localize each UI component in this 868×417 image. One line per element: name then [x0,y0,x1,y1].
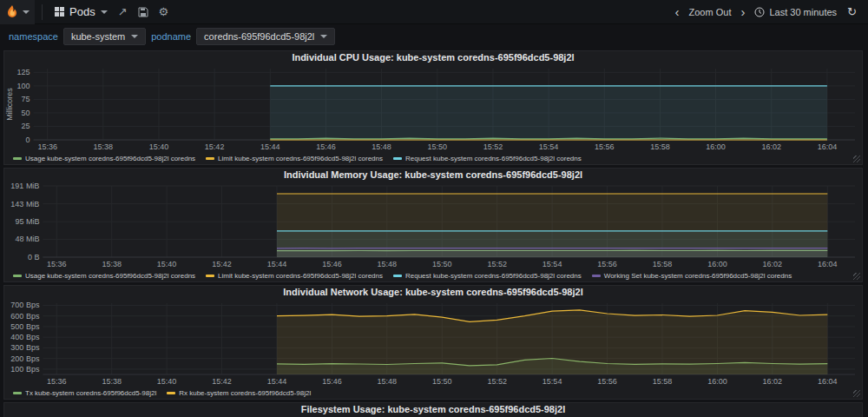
legend: Usage kube-system coredns-695f96dcd5-98j… [13,270,862,281]
x-tick-label: 15:40 [157,260,177,268]
time-range-picker[interactable]: Last 30 minutes [750,5,841,19]
chevron-down-icon [131,35,138,38]
x-tick-label: 15:36 [37,142,57,151]
x-tick-label: 15:40 [157,377,177,386]
y-tick-label: 0 B [28,253,40,261]
legend: Usage kube-system coredns-695f96dcd5-98j… [13,153,862,164]
panel-filesystem-usage: Filesystem Usage: kube-system coredns-69… [3,402,863,417]
y-tick-label: 143 MiB [10,200,39,208]
clock-icon [754,7,765,17]
gear-icon: ⚙ [159,5,169,18]
y-tick-label: 100 Bps [10,365,40,374]
zoom-out-button[interactable]: Zoom Out [685,5,736,19]
chevron-down-icon [23,10,30,14]
y-tick-label: 500 Bps [10,322,40,331]
x-tick-label: 15:40 [149,142,169,151]
legend-item-working-set[interactable]: Working Set kube-system coredns-695f96dc… [592,272,792,280]
x-tick-label: 15:36 [47,260,67,268]
share-icon: ↗ [118,5,128,18]
legend-label: Working Set kube-system coredns-695f96dc… [604,272,792,280]
legend-item-tx[interactable]: Tx kube-system coredns-695f96dcd5-98j2l [13,389,156,397]
y-tick-label: 400 Bps [10,333,40,341]
panel-title[interactable]: Filesystem Usage: kube-system coredns-69… [4,403,862,416]
legend-color-dash [393,157,402,160]
x-tick-label: 15:42 [212,377,232,386]
legend-item-limit[interactable]: Limit kube-system coredns-695f96dcd5-98j… [206,272,383,280]
legend-color-dash [393,275,402,277]
panel-network-usage: Individual Network Usage: kube-system co… [3,285,863,400]
series-fill-rx [277,310,827,374]
legend-item-usage[interactable]: Usage kube-system coredns-695f96dcd5-98j… [13,272,195,280]
y-axis-title: Millicores [5,88,14,121]
x-tick-label: 15:38 [94,142,114,151]
legend-item-usage[interactable]: Usage kube-system coredns-695f96dcd5-98j… [13,155,195,162]
legend-label: Usage kube-system coredns-695f96dcd5-98j… [25,272,195,280]
resize-handle[interactable] [853,156,860,162]
x-tick-label: 15:36 [47,377,67,386]
chevron-right-icon[interactable]: › [737,5,748,18]
x-tick-label: 15:56 [597,377,617,386]
dashboard-picker[interactable]: Pods [49,5,113,18]
legend-label: Limit kube-system coredns-695f96dcd5-98j… [218,155,383,162]
x-tick-label: 15:44 [267,377,287,386]
y-tick-label: 25 [22,122,30,130]
legend-label: Request kube-system coredns-695f96dcd5-9… [405,272,582,280]
grafana-menu-button[interactable] [0,0,35,24]
x-tick-label: 16:00 [706,142,726,151]
x-tick-label: 15:48 [378,260,398,268]
template-variables-bar: namespace kube-system podname coredns-69… [0,24,868,49]
settings-button[interactable]: ⚙ [154,3,174,20]
chevron-left-icon[interactable]: ‹ [672,5,683,18]
legend-item-request[interactable]: Request kube-system coredns-695f96dcd5-9… [393,272,582,280]
y-tick-label: 700 Bps [10,301,40,309]
podname-dropdown[interactable]: coredns-695f96dcd5-98j2l [196,28,335,45]
refresh-button[interactable]: ↻ [843,3,861,20]
save-button[interactable] [133,5,154,19]
navbar: Pods ↗ ⚙ ‹ Zoom Out › Last 30 minutes ↻ [0,0,868,24]
divider [42,4,43,20]
namespace-dropdown[interactable]: kube-system [63,28,146,45]
namespace-value: kube-system [71,31,125,42]
time-range-label: Last 30 minutes [769,7,837,17]
legend-item-request[interactable]: Request kube-system coredns-695f96dcd5-9… [393,155,582,162]
refresh-icon: ↻ [847,5,857,18]
y-tick-label: 191 MiB [10,182,39,190]
variable-label: podname [151,31,191,42]
series-fill-working-set [277,248,827,257]
memory-usage-chart[interactable]: 15:3615:3815:4015:4215:4415:4615:4815:50… [4,182,862,270]
y-tick-label: 48 MiB [15,235,39,243]
x-tick-label: 15:42 [205,142,225,151]
y-tick-label: 50 [22,109,30,117]
x-tick-label: 16:00 [707,377,727,386]
x-tick-label: 15:38 [102,260,122,268]
panel-title[interactable]: Individual CPU Usage: kube-system coredn… [4,51,862,64]
x-tick-label: 15:46 [322,377,342,386]
legend-label: Limit kube-system coredns-695f96dcd5-98j… [218,272,383,280]
resize-handle[interactable] [853,390,860,397]
legend-label: Tx kube-system coredns-695f96dcd5-98j2l [25,389,156,397]
y-tick-label: 200 Bps [10,354,40,363]
network-usage-chart[interactable]: 15:3615:3815:4015:4215:4415:4615:4815:50… [4,299,862,387]
legend-color-dash [206,157,214,160]
panel-title[interactable]: Individual Network Usage: kube-system co… [4,286,862,299]
y-tick-label: 125 [17,68,30,76]
panel-title[interactable]: Individual Memory Usage: kube-system cor… [4,169,862,182]
legend-item-rx[interactable]: Rx kube-system coredns-695f96dcd5-98j2l [167,389,311,397]
legend-item-limit[interactable]: Limit kube-system coredns-695f96dcd5-98j… [206,155,383,162]
podname-value: coredns-695f96dcd5-98j2l [204,31,314,42]
x-tick-label: 15:42 [212,260,232,268]
x-tick-label: 15:54 [539,142,559,151]
x-tick-label: 15:56 [597,260,617,268]
variable-namespace: namespace kube-system [9,28,146,45]
cpu-usage-chart[interactable]: 15:3615:3815:4015:4215:4415:4615:4815:50… [4,64,862,153]
legend: Tx kube-system coredns-695f96dcd5-98j2lR… [13,387,862,399]
x-tick-label: 15:52 [483,142,503,151]
share-button[interactable]: ↗ [113,3,133,20]
x-tick-label: 15:54 [542,377,562,386]
resize-handle[interactable] [853,273,860,280]
dashboard-title: Pods [69,5,95,18]
variable-label: namespace [9,31,58,42]
x-tick-label: 16:04 [818,260,838,268]
x-tick-label: 16:04 [818,377,838,386]
variable-podname: podname coredns-695f96dcd5-98j2l [151,28,335,45]
